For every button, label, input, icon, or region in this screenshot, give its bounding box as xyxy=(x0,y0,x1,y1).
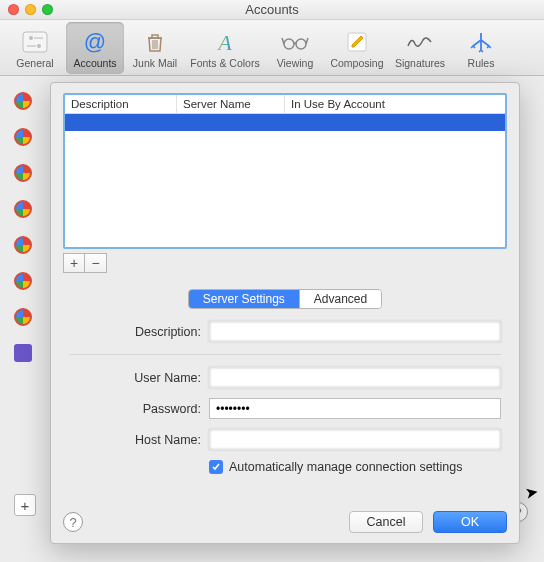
compose-icon xyxy=(342,29,372,55)
cell-description xyxy=(65,114,177,131)
fonts-icon: A xyxy=(210,29,240,55)
cell-server xyxy=(177,114,285,131)
ok-button[interactable]: OK xyxy=(433,511,507,533)
cancel-button[interactable]: Cancel xyxy=(349,511,423,533)
col-server-name[interactable]: Server Name xyxy=(177,95,285,113)
tab-advanced[interactable]: Advanced xyxy=(299,290,381,308)
account-avatar-icon xyxy=(14,200,32,218)
svg-point-1 xyxy=(29,36,33,40)
account-avatar-icon xyxy=(14,92,32,110)
settings-tabs: Server Settings Advanced xyxy=(63,289,507,309)
toolbar-label: Signatures xyxy=(395,57,445,69)
toolbar-label: Fonts & Colors xyxy=(190,57,259,69)
table-header: Description Server Name In Use By Accoun… xyxy=(65,95,505,114)
toolbar-label: Composing xyxy=(330,57,383,69)
account-avatar-icon xyxy=(14,164,32,182)
svg-rect-4 xyxy=(27,45,36,47)
server-settings-form: Description: User Name: Password: Host N… xyxy=(63,321,507,474)
glasses-icon xyxy=(280,29,310,55)
toolbar-signatures[interactable]: Signatures xyxy=(390,22,450,74)
servers-table[interactable]: Description Server Name In Use By Accoun… xyxy=(63,93,507,249)
toolbar-label: Rules xyxy=(468,57,495,69)
toolbar-label: General xyxy=(16,57,53,69)
toolbar-label: Viewing xyxy=(277,57,314,69)
svg-point-11 xyxy=(296,39,306,49)
table-body xyxy=(65,114,505,247)
toolbar-fonts[interactable]: A Fonts & Colors xyxy=(186,22,264,74)
help-button[interactable]: ? xyxy=(63,512,83,532)
toolbar-label: Accounts xyxy=(73,57,116,69)
rules-icon xyxy=(466,29,496,55)
toolbar-junk[interactable]: Junk Mail xyxy=(126,22,184,74)
remove-server-button[interactable]: − xyxy=(85,253,107,273)
svg-point-10 xyxy=(284,39,294,49)
smtp-servers-sheet: Description Server Name In Use By Accoun… xyxy=(50,82,520,544)
titlebar: Accounts xyxy=(0,0,544,20)
svg-rect-2 xyxy=(34,37,43,39)
tab-server-settings[interactable]: Server Settings xyxy=(189,290,299,308)
add-server-button[interactable]: + xyxy=(63,253,85,273)
svg-text:@: @ xyxy=(84,29,106,54)
trash-icon xyxy=(140,29,170,55)
account-avatar-icon xyxy=(14,344,32,362)
preferences-toolbar: General @ Accounts Junk Mail A Fonts & C… xyxy=(0,20,544,76)
account-avatar-icon xyxy=(14,236,32,254)
col-description[interactable]: Description xyxy=(65,95,177,113)
sheet-footer: ? Cancel OK xyxy=(63,501,507,533)
add-remove-bar: + − xyxy=(63,253,507,273)
description-input[interactable] xyxy=(209,321,501,342)
toolbar-composing[interactable]: Composing xyxy=(326,22,388,74)
cell-inuse xyxy=(285,114,505,131)
account-avatar-icon xyxy=(14,308,32,326)
password-label: Password: xyxy=(69,402,209,416)
add-account-button[interactable]: + xyxy=(14,494,36,516)
auto-manage-row[interactable]: Automatically manage connection settings xyxy=(209,460,462,474)
password-input[interactable] xyxy=(209,398,501,419)
col-in-use[interactable]: In Use By Account xyxy=(285,95,505,113)
toolbar-accounts[interactable]: @ Accounts xyxy=(66,22,124,74)
account-avatar-icon xyxy=(14,272,32,290)
at-icon: @ xyxy=(80,29,110,55)
account-avatar-icon xyxy=(14,128,32,146)
username-label: User Name: xyxy=(69,371,209,385)
svg-rect-0 xyxy=(23,32,47,52)
divider xyxy=(69,354,501,355)
username-input[interactable] xyxy=(209,367,501,388)
toolbar-label: Junk Mail xyxy=(133,57,177,69)
auto-manage-label: Automatically manage connection settings xyxy=(229,460,462,474)
hostname-input[interactable] xyxy=(209,429,501,450)
toolbar-general[interactable]: General xyxy=(6,22,64,74)
switches-icon xyxy=(20,29,50,55)
svg-text:A: A xyxy=(216,30,232,54)
toolbar-rules[interactable]: Rules xyxy=(452,22,510,74)
hostname-label: Host Name: xyxy=(69,433,209,447)
toolbar-viewing[interactable]: Viewing xyxy=(266,22,324,74)
checkbox-checked-icon[interactable] xyxy=(209,460,223,474)
window-title: Accounts xyxy=(0,2,544,17)
signature-icon xyxy=(405,29,435,55)
svg-point-3 xyxy=(37,44,41,48)
table-row[interactable] xyxy=(65,114,505,131)
description-label: Description: xyxy=(69,325,209,339)
accounts-list-partial xyxy=(14,92,38,516)
